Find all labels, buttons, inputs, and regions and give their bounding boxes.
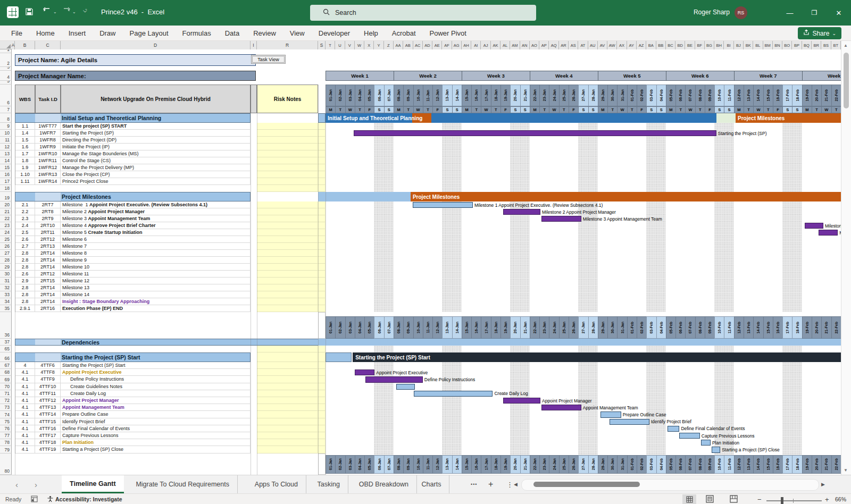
spacer-cell[interactable] [318, 150, 326, 157]
cell-wbs[interactable]: 1.4 [15, 130, 35, 137]
risk-note-cell[interactable] [257, 284, 318, 291]
column-header-BR[interactable]: BR [812, 41, 821, 49]
date-header-cell[interactable]: 05-Jan [364, 316, 374, 339]
date-header-cell[interactable]: 11-Feb [724, 455, 733, 474]
row-header-17[interactable]: 17 [0, 178, 12, 185]
avatar[interactable]: RS [735, 6, 747, 19]
day-letter-cell[interactable]: S [714, 106, 724, 113]
horizontal-scrollbar[interactable] [521, 479, 819, 491]
row-header-22[interactable]: 22 [0, 215, 12, 222]
date-header-cell[interactable]: 31-Jan [617, 316, 627, 339]
date-header-cell[interactable]: 17-Jan [481, 455, 490, 474]
risk-note-cell[interactable] [257, 264, 318, 271]
spacer-cell[interactable] [318, 369, 326, 376]
cell-task-id[interactable]: 2RT9 [35, 215, 61, 222]
risk-note-cell[interactable] [257, 250, 318, 257]
day-letter-cell[interactable]: S [520, 106, 530, 113]
day-letter-cell[interactable]: T [627, 106, 637, 113]
cell-task-name[interactable]: Start the project (SP) START [61, 123, 251, 130]
cell-task-id[interactable]: 4TTF19 [35, 446, 61, 453]
hscroll-thumb[interactable] [533, 482, 640, 487]
cell-task-id[interactable]: 2RT14 [35, 257, 61, 264]
date-header-cell[interactable]: 07-Feb [685, 316, 695, 339]
spacer-cell[interactable] [318, 222, 326, 229]
risk-note-cell[interactable] [257, 278, 318, 284]
cell-task-name[interactable]: Create Daily Log [61, 390, 251, 397]
week-header-7[interactable]: Week 7 [734, 71, 802, 81]
day-letter-cell[interactable]: F [364, 106, 374, 113]
cell-task-name[interactable]: Milestone 6 [61, 236, 251, 243]
risk-note-cell[interactable] [257, 411, 318, 418]
date-header-cell[interactable]: 03-Feb [646, 455, 656, 474]
cell-task-id[interactable]: 4TTF11 [35, 390, 61, 397]
date-header-cell[interactable]: 20-Jan [510, 316, 520, 339]
date-header-cell[interactable]: 03-Jan [345, 316, 355, 339]
date-header-cell[interactable]: 09-Feb [705, 455, 714, 474]
date-header-cell[interactable]: 20-Jan [510, 455, 520, 474]
cell-task-id[interactable]: 4TTF17 [35, 432, 61, 439]
day-letter-cell[interactable]: M [666, 106, 675, 113]
spacer-cell[interactable] [318, 390, 326, 397]
column-header-BS[interactable]: BS [821, 41, 831, 49]
cell-wbs[interactable]: 2.6 [15, 271, 35, 278]
cell-task-name[interactable]: Milestone 5 Create Startup Initiation [61, 229, 251, 236]
cell-task-name[interactable]: Appoint Project Manager [61, 397, 251, 404]
cell-task-id[interactable]: 1WFR11 [35, 157, 61, 164]
cell-wbs[interactable]: 2.8 [15, 264, 35, 271]
spacer-cell[interactable] [318, 236, 326, 243]
cell-task-id[interactable]: 2RT15 [35, 278, 61, 284]
spacer-cell[interactable] [318, 208, 326, 215]
date-header-cell[interactable]: 16-Jan [471, 455, 481, 474]
date-header-cell[interactable]: 10-Feb [714, 455, 724, 474]
cell-wbs[interactable]: 2.8 [15, 257, 35, 264]
week-header-5[interactable]: Week 5 [598, 71, 666, 81]
row-header-34[interactable]: 34 [0, 298, 12, 305]
column-header-B[interactable]: B [15, 41, 35, 49]
date-header-cell[interactable]: 09-Feb [705, 85, 714, 106]
date-header-cell[interactable]: 18-Feb [792, 455, 802, 474]
column-header-Y[interactable]: Y [374, 41, 383, 49]
ribbon-tab-insert[interactable]: Insert [62, 26, 93, 41]
date-header-cell[interactable]: 08-Jan [394, 455, 403, 474]
day-letter-cell[interactable]: T [403, 106, 413, 113]
day-letter-cell[interactable]: T [607, 106, 617, 113]
cell-task-id[interactable]: 2RT14 [35, 250, 61, 257]
cell-task-id[interactable]: 2RT14 [35, 284, 61, 291]
column-header-AI[interactable]: AI [471, 41, 481, 49]
gantt-bar[interactable] [396, 384, 415, 390]
risk-note-cell[interactable] [257, 418, 318, 425]
week-header-1[interactable]: Week 1 [326, 71, 394, 81]
minimize-button[interactable]: — [778, 0, 802, 26]
restore-button[interactable]: ❐ [802, 0, 827, 26]
date-header-cell[interactable]: 10-Feb [714, 316, 724, 339]
day-letter-cell[interactable]: T [539, 106, 549, 113]
accessibility-label[interactable]: Accessibility: Investigate [55, 496, 122, 502]
sheet-tab-charts[interactable]: Charts [414, 475, 450, 493]
date-header-cell[interactable]: 09-Jan [403, 85, 413, 106]
date-header-cell[interactable]: 05-Feb [666, 85, 675, 106]
search-input[interactable]: Search [310, 5, 536, 21]
column-header-BI[interactable]: BI [724, 41, 733, 49]
page-layout-view-icon[interactable] [706, 495, 714, 504]
date-header-cell[interactable]: 11-Jan [423, 85, 432, 106]
gantt-bar[interactable] [600, 411, 621, 417]
column-header-AO[interactable]: AO [530, 41, 539, 49]
day-letter-cell[interactable]: W [481, 106, 490, 113]
date-header-cell[interactable]: 15-Feb [763, 455, 773, 474]
risk-note-cell[interactable] [257, 123, 318, 130]
risk-note-cell[interactable] [257, 236, 318, 243]
cell-task-id[interactable]: 4TTF14 [35, 411, 61, 418]
day-letter-cell[interactable]: S [792, 106, 802, 113]
cell-task-id[interactable]: 4TTF8 [35, 369, 61, 376]
date-header-cell[interactable]: 28-Jan [588, 316, 598, 339]
column-header-C[interactable]: C [35, 41, 61, 49]
sheet-tab-timeline-gantt[interactable]: Timeline Gantt [62, 475, 124, 493]
date-header-cell[interactable]: 21-Feb [821, 455, 831, 474]
cell-task-id[interactable]: 1WFR7 [35, 130, 61, 137]
gantt-bar[interactable] [610, 419, 649, 425]
cell-task-name[interactable]: Plan Initiation [61, 439, 251, 446]
cell-wbs[interactable]: 4.1 [15, 397, 35, 404]
cell-task-id[interactable]: 2RT7 [35, 201, 61, 208]
risk-notes-column-header[interactable]: Risk Notes [257, 85, 318, 113]
column-header-AA[interactable]: AA [394, 41, 403, 49]
